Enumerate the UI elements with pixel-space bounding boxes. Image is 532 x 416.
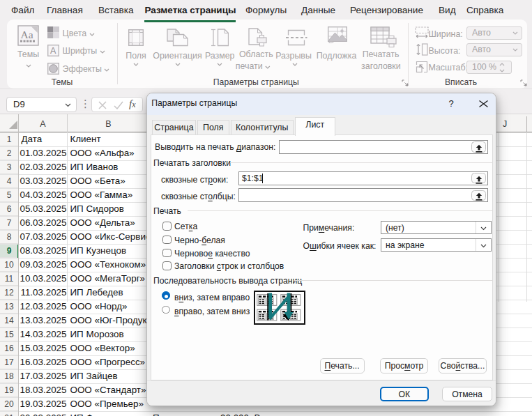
svg-text:A: A (50, 46, 56, 56)
svg-text:Aa: Aa (21, 29, 33, 40)
